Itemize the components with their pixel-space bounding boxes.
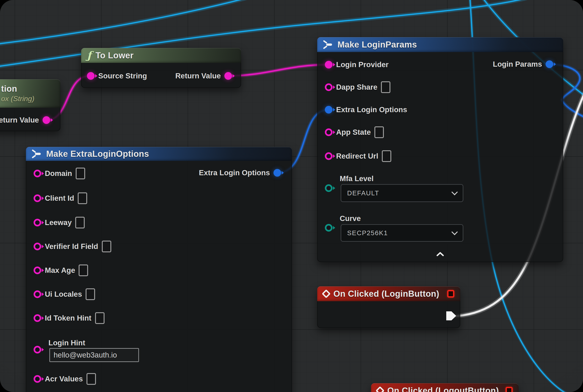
node-subtitle-fragment: ox (String) xyxy=(1,94,34,103)
input-pin-login-provider[interactable] xyxy=(325,61,332,68)
input-pin-mfa-level[interactable] xyxy=(325,184,332,192)
node-title: On Clicked (LogoutButton) xyxy=(387,386,499,392)
pin-label: Extra Login Options xyxy=(336,106,407,114)
mfa-level-value: DEFAULT xyxy=(347,190,379,197)
checkbox-acr-values[interactable] xyxy=(86,373,96,385)
node-title-fragment: tion xyxy=(1,84,17,94)
login-hint-input[interactable]: hello@web3auth.io xyxy=(49,348,139,362)
pin-label: Login Params xyxy=(493,60,542,68)
output-pin-return-value[interactable] xyxy=(224,72,232,80)
function-icon: ƒ xyxy=(87,50,92,60)
checkbox-ui-locales[interactable] xyxy=(86,288,95,300)
output-pin-login-params[interactable] xyxy=(546,60,553,68)
input-pin-redirect-url[interactable] xyxy=(325,152,332,160)
bind-red-box-icon xyxy=(447,290,454,298)
node-header: ƒ To Lower xyxy=(81,48,241,63)
input-pin-login-hint[interactable] xyxy=(34,346,41,354)
node-make-extraloginoptions[interactable]: Make ExtraLoginOptions Extra Login Optio… xyxy=(26,147,292,392)
event-icon xyxy=(322,289,331,298)
chevron-down-icon xyxy=(452,189,458,195)
node-header: On Clicked (LoginButton) xyxy=(317,286,460,301)
node-title: To Lower xyxy=(96,51,134,60)
checkbox-dapp-share[interactable] xyxy=(381,81,390,93)
node-header: Make ExtraLoginOptions xyxy=(26,147,292,161)
pin-label: Redirect Url xyxy=(336,152,378,160)
wire-string-tolower-to-loginprovider[interactable] xyxy=(228,65,328,76)
node-onclicked-loginbutton[interactable]: On Clicked (LoginButton) xyxy=(317,286,460,328)
collapse-chevron-icon[interactable] xyxy=(436,252,444,257)
checkbox-app-state[interactable] xyxy=(374,126,384,138)
node-make-loginparams[interactable]: Make LoginParams Login Provider Login Pa… xyxy=(317,37,563,262)
input-pin-acr-values[interactable] xyxy=(34,375,41,383)
input-pin-source-string[interactable] xyxy=(87,72,94,80)
make-struct-icon xyxy=(32,149,42,158)
make-struct-icon xyxy=(323,40,334,49)
output-pin-return-value[interactable] xyxy=(42,116,50,124)
input-pin-max-age[interactable] xyxy=(34,266,41,274)
bind-red-box-icon xyxy=(506,387,513,392)
input-pin-dapp-share[interactable] xyxy=(325,83,332,91)
pin-label: Verifier Id Field xyxy=(45,242,98,251)
chevron-down-icon xyxy=(452,229,458,235)
node-onclicked-logoutbutton[interactable]: On Clicked (LogoutButton) xyxy=(371,383,518,392)
node-partial-function[interactable]: tion ox (String) eturn Value xyxy=(0,79,60,131)
pin-label: Leeway xyxy=(45,218,72,227)
login-hint-value: hello@web3auth.io xyxy=(54,351,117,359)
curve-dropdown[interactable]: SECP256K1 xyxy=(340,224,464,242)
node-title: On Clicked (LoginButton) xyxy=(334,289,439,299)
checkbox-domain[interactable] xyxy=(76,168,85,179)
mfa-level-dropdown[interactable]: DEFAULT xyxy=(340,184,464,202)
checkbox-redirect-url[interactable] xyxy=(382,150,391,162)
exec-output-pin[interactable] xyxy=(446,311,456,322)
input-pin-ui-locales[interactable] xyxy=(34,290,41,298)
input-pin-domain[interactable] xyxy=(34,170,41,177)
input-pin-client-id[interactable] xyxy=(34,194,41,202)
input-pin-verifier-id-field[interactable] xyxy=(34,243,41,250)
pin-label: Login Provider xyxy=(336,60,388,69)
pin-label: Client Id xyxy=(45,194,74,202)
checkbox-id-token-hint[interactable] xyxy=(95,312,104,324)
curve-value: SECP256K1 xyxy=(347,229,388,237)
checkbox-max-age[interactable] xyxy=(78,264,88,276)
output-pin-extra-login-options[interactable] xyxy=(274,169,281,177)
pin-label: App State xyxy=(336,128,371,136)
node-header: Make LoginParams xyxy=(317,37,563,52)
node-title: Make LoginParams xyxy=(338,40,417,50)
checkbox-client-id[interactable] xyxy=(78,192,87,204)
pin-label: Extra Login Options xyxy=(199,168,270,177)
pin-label: Ui Locales xyxy=(45,290,82,298)
pin-label: Dapp Share xyxy=(336,83,377,92)
checkbox-leeway[interactable] xyxy=(75,217,85,228)
blueprint-canvas[interactable]: tion ox (String) eturn Value ƒ To Lower … xyxy=(0,0,583,392)
node-title: Make ExtraLoginOptions xyxy=(46,149,149,159)
pin-label-mfa-level: Mfa Level xyxy=(340,174,374,183)
input-pin-curve[interactable] xyxy=(325,224,332,232)
pin-label: Return Value xyxy=(175,72,221,80)
pin-label: Id Token Hint xyxy=(45,314,92,322)
pin-label: Source String xyxy=(98,72,147,80)
pin-label: Acr Values xyxy=(45,375,83,383)
node-header: tion ox (String) xyxy=(0,79,60,108)
input-pin-extra-login-options[interactable] xyxy=(325,106,332,114)
pin-label: eturn Value xyxy=(0,116,39,124)
pin-label: Domain xyxy=(45,169,72,178)
input-pin-id-token-hint[interactable] xyxy=(34,314,41,322)
input-pin-leeway[interactable] xyxy=(34,219,41,226)
checkbox-verifier-id-field[interactable] xyxy=(102,240,111,252)
pin-label-login-hint: Login Hint xyxy=(48,338,85,347)
node-header: On Clicked (LogoutButton) xyxy=(371,383,518,392)
input-pin-app-state[interactable] xyxy=(325,128,332,136)
event-icon xyxy=(376,386,384,392)
node-to-lower[interactable]: ƒ To Lower Source String Return Value xyxy=(81,48,241,88)
pin-label: Max Age xyxy=(45,266,75,275)
pin-label-curve: Curve xyxy=(340,214,361,223)
